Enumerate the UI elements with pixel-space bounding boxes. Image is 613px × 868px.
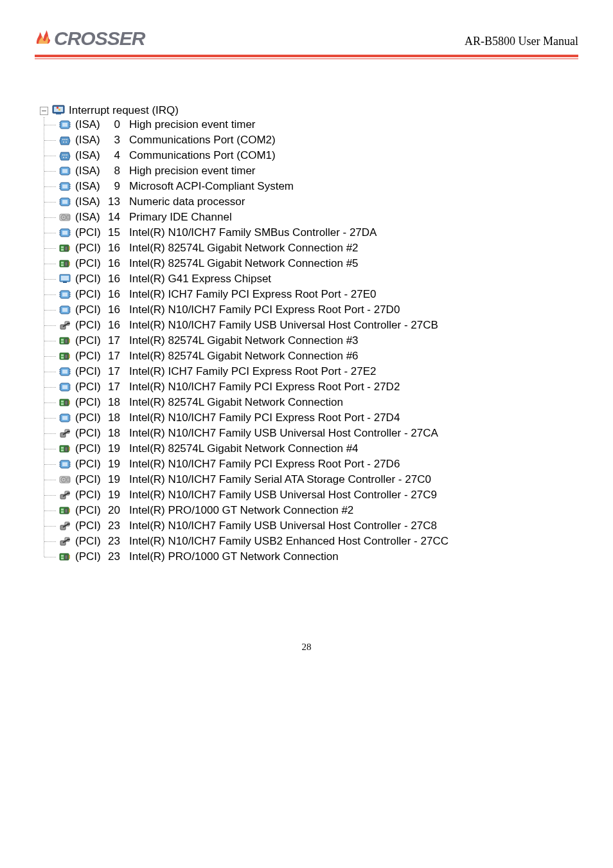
tree-item[interactable]: (PCI)17Intel(R) ICH7 Family PCI Express … [44, 364, 578, 379]
svg-rect-123 [62, 416, 67, 420]
nic-icon [58, 258, 71, 269]
tree-root-label: Interrupt request (IRQ) [69, 104, 179, 117]
irq-number: 9 [103, 180, 120, 193]
usb-icon [58, 536, 71, 547]
irq-number: 17 [103, 334, 120, 347]
svg-rect-165 [61, 555, 64, 557]
svg-point-15 [66, 139, 67, 140]
logo-accent-icon [35, 27, 54, 51]
tree-collapse-icon[interactable] [40, 107, 48, 115]
svg-rect-92 [61, 339, 64, 341]
chip-icon [58, 165, 71, 177]
tree-item[interactable]: (PCI)23Intel(R) N10/ICH7 Family USB2 Enh… [44, 534, 578, 549]
svg-rect-71 [63, 282, 67, 283]
svg-rect-24 [62, 169, 67, 173]
tree-item[interactable]: (PCI)19Intel(R) N10/ICH7 Family PCI Expr… [44, 457, 578, 472]
device-description: Intel(R) 82574L Gigabit Network Connecti… [129, 442, 359, 455]
nic-icon [58, 551, 71, 563]
tree-item[interactable]: (PCI)18Intel(R) N10/ICH7 Family PCI Expr… [44, 410, 578, 426]
tree-item[interactable]: (ISA)0High precision event timer [44, 117, 578, 132]
irq-number: 19 [103, 473, 120, 486]
device-description: Intel(R) N10/ICH7 Family PCI Express Roo… [129, 458, 400, 471]
device-description: Intel(R) N10/ICH7 Family USB Universal H… [129, 319, 438, 332]
device-description: Intel(R) N10/ICH7 Family PCI Express Roo… [129, 381, 400, 393]
page-number: 28 [35, 642, 578, 653]
bus-label: (PCI) [75, 411, 103, 424]
svg-rect-6 [62, 123, 67, 127]
bus-label: (ISA) [75, 211, 103, 224]
irq-number: 18 [103, 396, 120, 409]
bus-label: (PCI) [75, 226, 103, 239]
irq-number: 4 [103, 149, 120, 162]
tree-item[interactable]: (PCI)16Intel(R) 82574L Gigabit Network C… [44, 256, 578, 271]
tree-item[interactable]: (PCI)16Intel(R) G41 Express Chipset [44, 271, 578, 287]
chip-icon [58, 381, 71, 393]
chip-icon [58, 227, 71, 239]
tree-item[interactable]: (PCI)17Intel(R) 82574L Gigabit Network C… [44, 348, 578, 364]
svg-rect-155 [61, 511, 64, 513]
nic-icon [58, 505, 71, 516]
irq-number: 16 [103, 242, 120, 255]
svg-rect-139 [62, 462, 67, 466]
svg-rect-136 [65, 447, 67, 451]
irq-number: 17 [103, 381, 120, 393]
device-description: Intel(R) N10/ICH7 Family SMBus Controlle… [129, 226, 377, 239]
nic-icon [58, 443, 71, 455]
tree-item[interactable]: (ISA)14Primary IDE Channel [44, 210, 578, 225]
irq-number: 16 [103, 273, 120, 285]
irq-number: 16 [103, 288, 120, 301]
svg-rect-66 [61, 264, 64, 266]
tree-item[interactable]: (PCI)19Intel(R) 82574L Gigabit Network C… [44, 441, 578, 457]
irq-number: 19 [103, 489, 120, 502]
tree-item[interactable]: (PCI)15Intel(R) N10/ICH7 Family SMBus Co… [44, 225, 578, 240]
device-description: Intel(R) 82574L Gigabit Network Connecti… [129, 350, 359, 363]
tree-root[interactable]: Interrupt request (IRQ) [40, 104, 578, 117]
svg-point-19 [64, 154, 66, 156]
device-description: Intel(R) N10/ICH7 Family Serial ATA Stor… [129, 473, 431, 486]
bus-label: (PCI) [75, 257, 103, 270]
svg-rect-100 [69, 354, 70, 358]
tree-item[interactable]: (ISA)8High precision event timer [44, 163, 578, 179]
irq-number: 19 [103, 442, 120, 455]
bus-label: (PCI) [75, 273, 103, 285]
irq-number: 23 [103, 520, 120, 532]
tree-item[interactable]: (PCI)20Intel(R) PRO/1000 GT Network Conn… [44, 503, 578, 518]
tree-item[interactable]: (PCI)17Intel(R) 82574L Gigabit Network C… [44, 333, 578, 348]
svg-rect-50 [67, 215, 69, 219]
svg-rect-73 [62, 293, 67, 296]
tree-item[interactable]: (PCI)17Intel(R) N10/ICH7 Family PCI Expr… [44, 379, 578, 395]
tree-item[interactable]: (PCI)16Intel(R) 82574L Gigabit Network C… [44, 240, 578, 256]
device-description: Intel(R) N10/ICH7 Family PCI Express Roo… [129, 303, 400, 316]
svg-rect-97 [61, 354, 64, 356]
tree-item[interactable]: (PCI)23Intel(R) N10/ICH7 Family USB Univ… [44, 518, 578, 534]
tree-item[interactable]: (PCI)16Intel(R) ICH7 Family PCI Express … [44, 287, 578, 302]
tree-item[interactable]: (ISA)4Communications Port (COM1) [44, 148, 578, 163]
tree-item[interactable]: (ISA)13Numeric data processor [44, 194, 578, 210]
device-description: Intel(R) G41 Express Chipset [129, 273, 271, 285]
svg-rect-102 [62, 370, 67, 374]
tree-item[interactable]: (ISA)9Microsoft ACPI-Compliant System [44, 179, 578, 194]
svg-rect-167 [65, 555, 67, 559]
irq-number: 20 [103, 504, 120, 517]
bus-label: (PCI) [75, 381, 103, 393]
tree-item[interactable]: (PCI)16Intel(R) N10/ICH7 Family PCI Expr… [44, 302, 578, 318]
tree-item[interactable]: (PCI)18Intel(R) N10/ICH7 Family USB Univ… [44, 426, 578, 441]
svg-rect-95 [69, 339, 70, 343]
bus-label: (PCI) [75, 427, 103, 440]
tree-item[interactable]: (PCI)19Intel(R) N10/ICH7 Family USB Univ… [44, 487, 578, 503]
computer-icon [52, 105, 65, 116]
irq-number: 16 [103, 319, 120, 332]
tree-item[interactable]: (ISA)3Communications Port (COM2) [44, 132, 578, 148]
port-icon [58, 134, 71, 146]
svg-rect-67 [65, 262, 67, 266]
tree-item[interactable]: (PCI)19Intel(R) N10/ICH7 Family Serial A… [44, 472, 578, 487]
irq-number: 13 [103, 195, 120, 208]
irq-number: 17 [103, 365, 120, 378]
document-title: AR-B5800 User Manual [465, 35, 578, 50]
tree-item[interactable]: (PCI)18Intel(R) 82574L Gigabit Network C… [44, 395, 578, 410]
device-description: Primary IDE Channel [129, 211, 232, 224]
tree-item[interactable]: (PCI)23Intel(R) PRO/1000 GT Network Conn… [44, 549, 578, 565]
device-description: Communications Port (COM2) [129, 134, 276, 147]
tree-item[interactable]: (PCI)16Intel(R) N10/ICH7 Family USB Univ… [44, 318, 578, 333]
bus-label: (ISA) [75, 134, 103, 147]
